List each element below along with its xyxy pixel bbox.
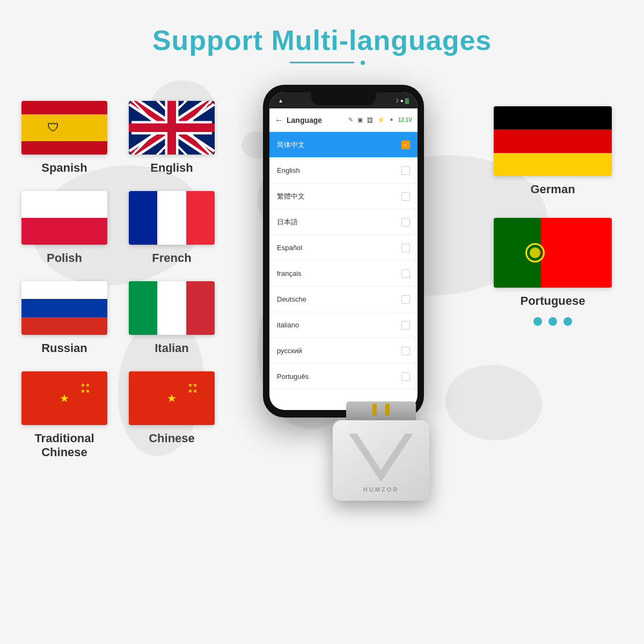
lang-name-3: 日本語 (277, 217, 298, 227)
lang-name-5: français (277, 269, 302, 277)
lang-name-7: italiano (277, 321, 299, 329)
signal-icon: ● (400, 98, 404, 104)
checkbox-5 (401, 269, 410, 278)
lang-name-4: Español (277, 244, 302, 252)
lang-name-2: 繁體中文 (277, 192, 305, 201)
flag-uk (129, 101, 215, 155)
lang-item-1[interactable]: English (269, 158, 418, 184)
moon-icon: ☽ (394, 98, 399, 104)
video-icon: ▣ (357, 116, 363, 123)
portugal-emblem (525, 243, 545, 262)
flag-germany (494, 106, 612, 176)
checkbox-4 (401, 244, 410, 252)
obd-pin-left (372, 404, 377, 415)
flag-label-french: French (152, 251, 191, 265)
phone-notch (311, 92, 376, 105)
flag-label-polish: Polish (47, 251, 82, 265)
phone-screen: ▲ ☽ ● ▓ ← Language (269, 92, 418, 410)
flag-russia (21, 281, 107, 335)
flag-label-trad-chinese: TraditionalChinese (34, 431, 94, 459)
svg-line-10 (131, 101, 212, 155)
flag-china: ★ ★★★★ (129, 371, 215, 425)
flag-item-polish: Polish (16, 191, 113, 265)
lang-item-0[interactable]: 简体中文 ✓ (269, 132, 418, 158)
svg-rect-16 (131, 124, 212, 132)
checkbox-8 (401, 347, 410, 355)
checkbox-3 (401, 218, 410, 226)
obd-body: HUMZOR (333, 420, 429, 501)
obd-pin-right (385, 404, 390, 415)
flag-label-german: German (530, 182, 575, 196)
wifi-icon: ▲ (278, 98, 283, 104)
svg-marker-18 (349, 434, 413, 482)
lang-item-2[interactable]: 繁體中文 (269, 184, 418, 209)
svg-line-11 (131, 101, 212, 155)
page-title: Support Multi-languages (0, 24, 644, 56)
svg-line-12 (131, 101, 212, 155)
right-flags-section: German Portuguese (478, 74, 628, 326)
flag-label-spanish: Spanish (41, 161, 87, 175)
checkbox-6 (401, 295, 410, 304)
language-list: 简体中文 ✓ English 繁體中文 (269, 132, 418, 390)
app-header-icons: ✎ ▣ 🖼 ⚡ ✴ 12.1V (348, 116, 412, 123)
dot-2 (548, 317, 557, 326)
checkbox-0: ✓ (401, 141, 410, 149)
brand-label: HUMZOR (363, 486, 399, 493)
lang-name-6: Deutsche (277, 295, 306, 303)
svg-line-13 (131, 101, 212, 155)
lang-name-0: 简体中文 (277, 140, 305, 150)
flag-china-traditional: ★ ★★★★ (21, 371, 107, 425)
app-header: ← Language ✎ ▣ 🖼 ⚡ ✴ 12.1V (269, 108, 418, 132)
lang-item-8[interactable]: русский (269, 338, 418, 364)
lang-item-9[interactable]: Português (269, 364, 418, 390)
battery-icon: ▓ (405, 98, 409, 104)
obd-device-container: HUMZOR (263, 401, 435, 501)
lang-item-5[interactable]: français (269, 261, 418, 287)
lang-item-6[interactable]: Deutsche (269, 287, 418, 312)
edit-icon: ✎ (348, 116, 353, 123)
light-icon: ⚡ (377, 116, 385, 123)
lang-item-3[interactable]: 日本語 (269, 209, 418, 235)
flag-spain (21, 101, 107, 155)
page-content: Support Multi-languages Spanish (0, 0, 644, 644)
flag-portugal (494, 218, 612, 288)
app-title: Language (287, 116, 322, 125)
checkbox-7 (401, 321, 410, 330)
phone-wrapper: ▲ ☽ ● ▓ ← Language (263, 85, 435, 501)
flag-item-spanish: Spanish (16, 101, 113, 175)
bluetooth-icon: ✴ (389, 116, 394, 123)
lang-name-8: русский (277, 347, 302, 355)
checkbox-9 (401, 372, 410, 381)
lang-item-4[interactable]: Español (269, 235, 418, 261)
flag-item-portuguese: Portuguese (494, 218, 612, 326)
page-header: Support Multi-languages (0, 0, 644, 63)
dot-1 (533, 317, 542, 326)
voltage-badge: 12.1V (398, 117, 412, 123)
flag-label-italian: Italian (155, 341, 189, 355)
obd-device: HUMZOR (333, 401, 429, 501)
svg-rect-14 (131, 121, 212, 135)
lang-name-1: English (277, 166, 300, 174)
svg-rect-17 (168, 101, 176, 155)
center-section: ▲ ☽ ● ▓ ← Language (220, 74, 478, 501)
portugal-red (541, 218, 612, 288)
lang-item-7[interactable]: italiano (269, 312, 418, 338)
svg-rect-9 (131, 101, 212, 155)
flag-poland (21, 191, 107, 245)
svg-rect-15 (165, 101, 179, 155)
flag-label-russian: Russian (41, 341, 87, 355)
flag-item-french: French (123, 191, 220, 265)
flag-item-russian: Russian (16, 281, 113, 355)
back-icon[interactable]: ← (275, 115, 283, 125)
flag-france (129, 191, 215, 245)
flag-item-italian: Italian (123, 281, 220, 355)
flag-item-german: German (494, 106, 612, 196)
checkbox-2 (401, 192, 410, 201)
flag-label-english: English (150, 161, 193, 175)
pagination-dots (533, 317, 572, 326)
header-underline (290, 62, 354, 63)
flag-italy (129, 281, 215, 335)
flag-item-chinese: ★ ★★★★ Chinese (123, 371, 220, 459)
lang-name-9: Português (277, 372, 309, 380)
left-flags-grid: Spanish (16, 74, 220, 459)
